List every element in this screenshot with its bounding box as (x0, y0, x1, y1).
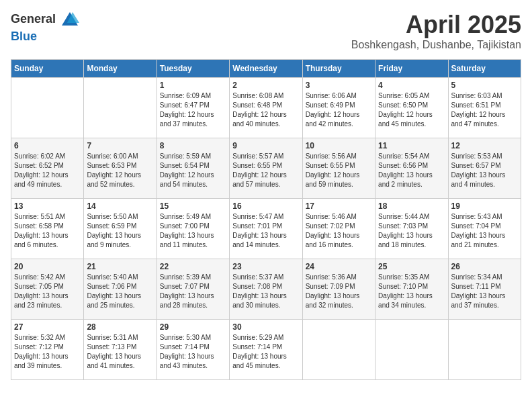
day-number: 9 (232, 141, 299, 150)
day-info: Sunrise: 6:05 AM Sunset: 6:50 PM Dayligh… (378, 91, 445, 129)
logo-text: General Blue (11, 11, 79, 44)
day-info: Sunrise: 6:08 AM Sunset: 6:48 PM Dayligh… (232, 91, 299, 129)
day-info: Sunrise: 5:51 AM Sunset: 6:58 PM Dayligh… (14, 212, 81, 250)
day-info: Sunrise: 5:29 AM Sunset: 7:14 PM Dayligh… (232, 333, 299, 371)
day-info: Sunrise: 5:34 AM Sunset: 7:11 PM Dayligh… (451, 273, 518, 310)
calendar-cell (448, 320, 521, 380)
day-info: Sunrise: 6:09 AM Sunset: 6:47 PM Dayligh… (160, 91, 226, 129)
day-number: 14 (87, 201, 153, 211)
day-number: 28 (87, 322, 153, 332)
calendar-table: SundayMondayTuesdayWednesdayThursdayFrid… (11, 59, 521, 380)
day-number: 11 (378, 141, 445, 150)
calendar-cell: 26Sunrise: 5:34 AM Sunset: 7:11 PM Dayli… (448, 259, 521, 320)
calendar-cell: 27Sunrise: 5:32 AM Sunset: 7:12 PM Dayli… (11, 320, 84, 380)
day-number: 2 (232, 81, 299, 90)
day-info: Sunrise: 5:49 AM Sunset: 7:00 PM Dayligh… (160, 212, 226, 250)
calendar-cell: 22Sunrise: 5:39 AM Sunset: 7:07 PM Dayli… (157, 259, 229, 320)
day-info: Sunrise: 5:31 AM Sunset: 7:13 PM Dayligh… (87, 333, 153, 371)
calendar-cell: 6Sunrise: 6:02 AM Sunset: 6:52 PM Daylig… (11, 138, 84, 199)
logo-blue: Blue (11, 30, 37, 43)
day-info: Sunrise: 5:32 AM Sunset: 7:12 PM Dayligh… (14, 333, 81, 371)
day-info: Sunrise: 5:43 AM Sunset: 7:04 PM Dayligh… (451, 212, 518, 250)
day-info: Sunrise: 5:46 AM Sunset: 7:02 PM Dayligh… (306, 212, 372, 250)
calendar-cell: 3Sunrise: 6:06 AM Sunset: 6:49 PM Daylig… (302, 78, 375, 138)
day-number: 25 (378, 262, 445, 271)
calendar-cell: 9Sunrise: 5:57 AM Sunset: 6:55 PM Daylig… (230, 138, 302, 199)
day-info: Sunrise: 6:03 AM Sunset: 6:51 PM Dayligh… (451, 91, 518, 129)
day-number: 8 (160, 141, 226, 150)
day-info: Sunrise: 5:40 AM Sunset: 7:06 PM Dayligh… (87, 273, 153, 310)
day-number: 26 (451, 262, 518, 271)
day-info: Sunrise: 5:35 AM Sunset: 7:10 PM Dayligh… (378, 273, 445, 310)
day-info: Sunrise: 5:47 AM Sunset: 7:01 PM Dayligh… (232, 212, 299, 250)
calendar-week-5: 27Sunrise: 5:32 AM Sunset: 7:12 PM Dayli… (11, 320, 521, 380)
calendar-week-1: 1Sunrise: 6:09 AM Sunset: 6:47 PM Daylig… (11, 78, 521, 138)
calendar-cell: 20Sunrise: 5:42 AM Sunset: 7:05 PM Dayli… (11, 259, 84, 320)
calendar-cell: 21Sunrise: 5:40 AM Sunset: 7:06 PM Dayli… (84, 259, 157, 320)
logo-icon (60, 11, 79, 30)
day-number: 3 (306, 81, 372, 90)
calendar-cell: 12Sunrise: 5:53 AM Sunset: 6:57 PM Dayli… (448, 138, 521, 199)
logo-general: General (11, 12, 56, 26)
weekday-header-friday: Friday (375, 60, 448, 78)
calendar-cell: 8Sunrise: 5:59 AM Sunset: 6:54 PM Daylig… (157, 138, 229, 199)
day-info: Sunrise: 6:02 AM Sunset: 6:52 PM Dayligh… (14, 152, 81, 189)
calendar-cell (84, 78, 157, 138)
day-number: 29 (160, 322, 226, 332)
calendar-cell: 19Sunrise: 5:43 AM Sunset: 7:04 PM Dayli… (448, 199, 521, 259)
calendar-cell: 28Sunrise: 5:31 AM Sunset: 7:13 PM Dayli… (84, 320, 157, 380)
day-info: Sunrise: 5:30 AM Sunset: 7:14 PM Dayligh… (160, 333, 226, 371)
day-number: 23 (232, 262, 299, 271)
day-number: 10 (306, 141, 372, 150)
calendar-cell: 16Sunrise: 5:47 AM Sunset: 7:01 PM Dayli… (230, 199, 302, 259)
day-number: 16 (232, 201, 299, 211)
calendar-cell: 30Sunrise: 5:29 AM Sunset: 7:14 PM Dayli… (230, 320, 302, 380)
calendar-cell: 17Sunrise: 5:46 AM Sunset: 7:02 PM Dayli… (302, 199, 375, 259)
calendar-cell (302, 320, 375, 380)
day-number: 13 (14, 201, 81, 211)
day-number: 18 (378, 201, 445, 211)
calendar-cell: 13Sunrise: 5:51 AM Sunset: 6:58 PM Dayli… (11, 199, 84, 259)
calendar-cell: 25Sunrise: 5:35 AM Sunset: 7:10 PM Dayli… (375, 259, 448, 320)
day-info: Sunrise: 5:39 AM Sunset: 7:07 PM Dayligh… (160, 273, 226, 310)
day-info: Sunrise: 5:44 AM Sunset: 7:03 PM Dayligh… (378, 212, 445, 250)
day-number: 24 (306, 262, 372, 271)
calendar-cell: 7Sunrise: 6:00 AM Sunset: 6:53 PM Daylig… (84, 138, 157, 199)
day-info: Sunrise: 5:57 AM Sunset: 6:55 PM Dayligh… (232, 152, 299, 189)
day-number: 17 (306, 201, 372, 211)
weekday-header-tuesday: Tuesday (157, 60, 229, 78)
calendar-cell: 4Sunrise: 6:05 AM Sunset: 6:50 PM Daylig… (375, 78, 448, 138)
day-number: 7 (87, 141, 153, 150)
calendar-cell: 29Sunrise: 5:30 AM Sunset: 7:14 PM Dayli… (157, 320, 229, 380)
day-info: Sunrise: 5:54 AM Sunset: 6:56 PM Dayligh… (378, 152, 445, 189)
day-number: 21 (87, 262, 153, 271)
calendar-week-3: 13Sunrise: 5:51 AM Sunset: 6:58 PM Dayli… (11, 199, 521, 259)
calendar-cell: 18Sunrise: 5:44 AM Sunset: 7:03 PM Dayli… (375, 199, 448, 259)
weekday-header-wednesday: Wednesday (230, 60, 302, 78)
calendar-cell: 2Sunrise: 6:08 AM Sunset: 6:48 PM Daylig… (230, 78, 302, 138)
day-info: Sunrise: 6:00 AM Sunset: 6:53 PM Dayligh… (87, 152, 153, 189)
day-info: Sunrise: 5:37 AM Sunset: 7:08 PM Dayligh… (232, 273, 299, 310)
title-area: April 2025 Boshkengash, Dushanbe, Tajiki… (351, 11, 521, 51)
weekday-header-sunday: Sunday (11, 60, 84, 78)
calendar-cell: 24Sunrise: 5:36 AM Sunset: 7:09 PM Dayli… (302, 259, 375, 320)
calendar-week-2: 6Sunrise: 6:02 AM Sunset: 6:52 PM Daylig… (11, 138, 521, 199)
day-number: 4 (378, 81, 445, 90)
day-info: Sunrise: 5:42 AM Sunset: 7:05 PM Dayligh… (14, 273, 81, 310)
day-info: Sunrise: 5:59 AM Sunset: 6:54 PM Dayligh… (160, 152, 226, 189)
calendar-week-4: 20Sunrise: 5:42 AM Sunset: 7:05 PM Dayli… (11, 259, 521, 320)
day-info: Sunrise: 5:50 AM Sunset: 6:59 PM Dayligh… (87, 212, 153, 250)
day-number: 12 (451, 141, 518, 150)
day-info: Sunrise: 6:06 AM Sunset: 6:49 PM Dayligh… (306, 91, 372, 129)
weekday-header-monday: Monday (84, 60, 157, 78)
calendar-cell: 10Sunrise: 5:56 AM Sunset: 6:55 PM Dayli… (302, 138, 375, 199)
weekday-header-saturday: Saturday (448, 60, 521, 78)
day-number: 15 (160, 201, 226, 211)
day-number: 5 (451, 81, 518, 90)
calendar-cell: 14Sunrise: 5:50 AM Sunset: 6:59 PM Dayli… (84, 199, 157, 259)
calendar-cell (11, 78, 84, 138)
logo: General Blue (11, 11, 79, 44)
header: General Blue April 2025 Boshkengash, Dus… (11, 11, 521, 51)
weekday-header-thursday: Thursday (302, 60, 375, 78)
calendar-cell (375, 320, 448, 380)
